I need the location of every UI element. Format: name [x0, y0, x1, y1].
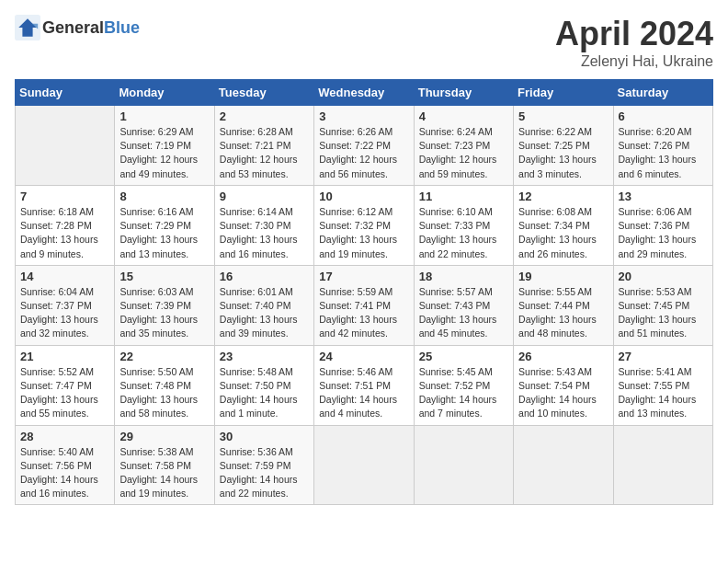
weekday-header-monday: Monday — [115, 80, 214, 106]
calendar-cell — [16, 106, 115, 186]
day-info: Sunrise: 6:14 AMSunset: 7:30 PMDaylight:… — [220, 205, 309, 261]
calendar-cell: 26Sunrise: 5:43 AMSunset: 7:54 PMDayligh… — [514, 345, 613, 425]
calendar-cell: 3Sunrise: 6:26 AMSunset: 7:22 PMDaylight… — [314, 106, 414, 186]
day-number: 7 — [20, 190, 109, 203]
day-number: 14 — [20, 270, 109, 283]
logo: GeneralBlue — [15, 15, 140, 40]
day-info: Sunrise: 6:16 AMSunset: 7:29 PMDaylight:… — [119, 205, 209, 261]
calendar-cell: 7Sunrise: 6:18 AMSunset: 7:28 PMDaylight… — [16, 185, 115, 265]
day-info: Sunrise: 5:43 AMSunset: 7:54 PMDaylight:… — [518, 365, 608, 421]
day-info: Sunrise: 6:06 AMSunset: 7:36 PMDaylight:… — [619, 205, 708, 261]
weekday-header-thursday: Thursday — [414, 80, 513, 106]
day-info: Sunrise: 6:03 AMSunset: 7:39 PMDaylight:… — [119, 285, 209, 341]
week-row-3: 14Sunrise: 6:04 AMSunset: 7:37 PMDayligh… — [16, 265, 713, 345]
day-number: 10 — [319, 190, 408, 203]
day-number: 23 — [220, 350, 309, 363]
day-info: Sunrise: 6:08 AMSunset: 7:34 PMDaylight:… — [518, 205, 608, 261]
day-info: Sunrise: 6:01 AMSunset: 7:40 PMDaylight:… — [220, 285, 309, 341]
calendar-cell: 6Sunrise: 6:20 AMSunset: 7:26 PMDaylight… — [613, 106, 712, 186]
calendar-cell — [514, 425, 613, 505]
calendar-cell: 12Sunrise: 6:08 AMSunset: 7:34 PMDayligh… — [514, 185, 613, 265]
logo-general-text: General — [42, 18, 104, 37]
day-number: 19 — [518, 270, 608, 283]
week-row-4: 21Sunrise: 5:52 AMSunset: 7:47 PMDayligh… — [16, 345, 713, 425]
calendar-cell: 28Sunrise: 5:40 AMSunset: 7:56 PMDayligh… — [16, 425, 115, 505]
calendar-cell: 30Sunrise: 5:36 AMSunset: 7:59 PMDayligh… — [214, 425, 313, 505]
day-number: 28 — [20, 430, 109, 443]
week-row-1: 1Sunrise: 6:29 AMSunset: 7:19 PMDaylight… — [16, 106, 713, 186]
calendar-cell — [613, 425, 712, 505]
calendar-cell: 24Sunrise: 5:46 AMSunset: 7:51 PMDayligh… — [314, 345, 414, 425]
calendar-cell — [314, 425, 414, 505]
day-number: 29 — [119, 430, 209, 443]
weekday-header-wednesday: Wednesday — [314, 80, 414, 106]
day-info: Sunrise: 6:10 AMSunset: 7:33 PMDaylight:… — [419, 205, 508, 261]
calendar-cell: 20Sunrise: 5:53 AMSunset: 7:45 PMDayligh… — [613, 265, 712, 345]
day-number: 27 — [619, 350, 708, 363]
weekday-header-sunday: Sunday — [16, 80, 115, 106]
day-number: 6 — [619, 109, 708, 123]
page-header: GeneralBlue April 2024 Zelenyi Hai, Ukra… — [15, 15, 713, 70]
day-info: Sunrise: 5:46 AMSunset: 7:51 PMDaylight:… — [319, 365, 408, 421]
weekday-header-friday: Friday — [514, 80, 613, 106]
calendar-cell: 19Sunrise: 5:55 AMSunset: 7:44 PMDayligh… — [514, 265, 613, 345]
weekday-header-tuesday: Tuesday — [214, 80, 313, 106]
day-info: Sunrise: 5:41 AMSunset: 7:55 PMDaylight:… — [619, 365, 708, 421]
day-number: 13 — [619, 190, 708, 203]
calendar-cell: 8Sunrise: 6:16 AMSunset: 7:29 PMDaylight… — [115, 185, 214, 265]
day-number: 12 — [518, 190, 608, 203]
weekday-header-row: SundayMondayTuesdayWednesdayThursdayFrid… — [16, 80, 713, 106]
calendar-cell: 4Sunrise: 6:24 AMSunset: 7:23 PMDaylight… — [414, 106, 513, 186]
day-info: Sunrise: 5:55 AMSunset: 7:44 PMDaylight:… — [518, 285, 608, 341]
day-number: 9 — [220, 190, 309, 203]
day-number: 4 — [419, 109, 508, 123]
day-info: Sunrise: 5:48 AMSunset: 7:50 PMDaylight:… — [220, 365, 309, 421]
calendar-cell: 17Sunrise: 5:59 AMSunset: 7:41 PMDayligh… — [314, 265, 414, 345]
calendar-cell: 27Sunrise: 5:41 AMSunset: 7:55 PMDayligh… — [613, 345, 712, 425]
calendar-cell — [414, 425, 513, 505]
day-info: Sunrise: 5:45 AMSunset: 7:52 PMDaylight:… — [419, 365, 508, 421]
day-info: Sunrise: 6:24 AMSunset: 7:23 PMDaylight:… — [419, 125, 508, 181]
logo-blue-text: Blue — [104, 18, 140, 37]
calendar-table: SundayMondayTuesdayWednesdayThursdayFrid… — [15, 79, 713, 505]
title-block: April 2024 Zelenyi Hai, Ukraine — [555, 15, 713, 70]
calendar-cell: 23Sunrise: 5:48 AMSunset: 7:50 PMDayligh… — [214, 345, 313, 425]
day-number: 11 — [419, 190, 508, 203]
day-info: Sunrise: 5:38 AMSunset: 7:58 PMDaylight:… — [119, 445, 209, 501]
calendar-cell: 15Sunrise: 6:03 AMSunset: 7:39 PMDayligh… — [115, 265, 214, 345]
calendar-cell: 21Sunrise: 5:52 AMSunset: 7:47 PMDayligh… — [16, 345, 115, 425]
day-number: 30 — [220, 430, 309, 443]
day-number: 18 — [419, 270, 508, 283]
day-info: Sunrise: 6:18 AMSunset: 7:28 PMDaylight:… — [20, 205, 109, 261]
day-info: Sunrise: 6:26 AMSunset: 7:22 PMDaylight:… — [319, 125, 408, 181]
day-info: Sunrise: 5:59 AMSunset: 7:41 PMDaylight:… — [319, 285, 408, 341]
day-info: Sunrise: 5:52 AMSunset: 7:47 PMDaylight:… — [20, 365, 109, 421]
day-info: Sunrise: 6:28 AMSunset: 7:21 PMDaylight:… — [220, 125, 309, 181]
day-number: 15 — [119, 270, 209, 283]
day-info: Sunrise: 5:40 AMSunset: 7:56 PMDaylight:… — [20, 445, 109, 501]
calendar-cell: 14Sunrise: 6:04 AMSunset: 7:37 PMDayligh… — [16, 265, 115, 345]
day-number: 26 — [518, 350, 608, 363]
calendar-cell: 25Sunrise: 5:45 AMSunset: 7:52 PMDayligh… — [414, 345, 513, 425]
week-row-5: 28Sunrise: 5:40 AMSunset: 7:56 PMDayligh… — [16, 425, 713, 505]
day-number: 24 — [319, 350, 408, 363]
day-number: 2 — [220, 109, 309, 123]
day-info: Sunrise: 5:53 AMSunset: 7:45 PMDaylight:… — [619, 285, 708, 341]
day-number: 21 — [20, 350, 109, 363]
day-info: Sunrise: 6:04 AMSunset: 7:37 PMDaylight:… — [20, 285, 109, 341]
calendar-cell: 18Sunrise: 5:57 AMSunset: 7:43 PMDayligh… — [414, 265, 513, 345]
day-info: Sunrise: 5:36 AMSunset: 7:59 PMDaylight:… — [220, 445, 309, 501]
calendar-cell: 1Sunrise: 6:29 AMSunset: 7:19 PMDaylight… — [115, 106, 214, 186]
week-row-2: 7Sunrise: 6:18 AMSunset: 7:28 PMDaylight… — [16, 185, 713, 265]
calendar-cell: 5Sunrise: 6:22 AMSunset: 7:25 PMDaylight… — [514, 106, 613, 186]
day-number: 22 — [119, 350, 209, 363]
day-info: Sunrise: 5:57 AMSunset: 7:43 PMDaylight:… — [419, 285, 508, 341]
day-number: 3 — [319, 109, 408, 123]
calendar-cell: 11Sunrise: 6:10 AMSunset: 7:33 PMDayligh… — [414, 185, 513, 265]
calendar-cell: 22Sunrise: 5:50 AMSunset: 7:48 PMDayligh… — [115, 345, 214, 425]
calendar-cell: 2Sunrise: 6:28 AMSunset: 7:21 PMDaylight… — [214, 106, 313, 186]
calendar-cell: 10Sunrise: 6:12 AMSunset: 7:32 PMDayligh… — [314, 185, 414, 265]
calendar-cell: 29Sunrise: 5:38 AMSunset: 7:58 PMDayligh… — [115, 425, 214, 505]
day-number: 20 — [619, 270, 708, 283]
day-number: 25 — [419, 350, 508, 363]
